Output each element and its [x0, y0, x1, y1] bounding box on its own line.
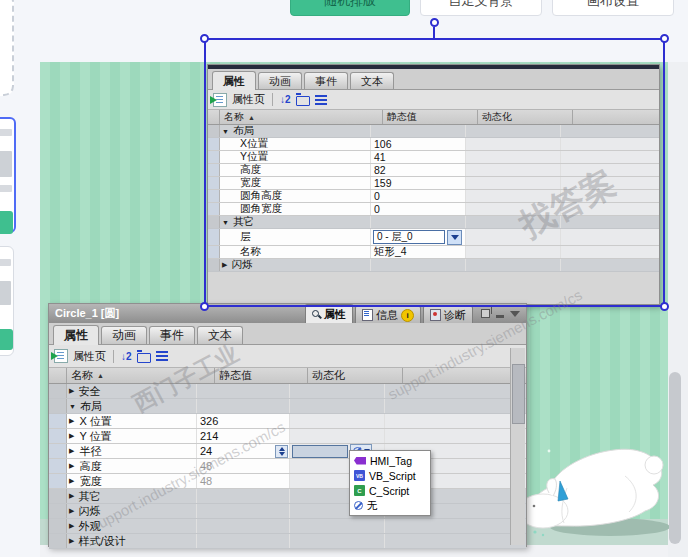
header-name[interactable]: 名称▲: [220, 110, 383, 124]
sort-icon[interactable]: ↓2: [280, 94, 291, 105]
static-value-cell[interactable]: [197, 399, 290, 413]
static-value-cell[interactable]: [371, 259, 466, 271]
list-view-icon[interactable]: [315, 95, 327, 97]
static-value-cell[interactable]: 0: [371, 203, 466, 215]
bp-vertical-scrollbar[interactable]: [510, 348, 525, 545]
template-card-dashed[interactable]: [0, 0, 14, 96]
static-value-cell[interactable]: 106: [371, 138, 466, 150]
expand-arrow-icon[interactable]: ▶: [69, 417, 74, 425]
bp-tab-properties[interactable]: 属性: [53, 325, 99, 345]
static-value-cell[interactable]: 41: [371, 151, 466, 163]
selection-handle-bottom-left[interactable]: [200, 302, 209, 311]
static-value-cell[interactable]: [197, 519, 290, 533]
static-value-cell[interactable]: 48: [197, 474, 290, 488]
floating-properties-panel[interactable]: 属性 动画 事件 文本 属性页 ↓2 名称▲ 静态值 动态化 ▼布局X位置106…: [207, 64, 660, 305]
property-row-blink[interactable]: ▶闪烁: [49, 504, 526, 519]
property-row-layer[interactable]: 层0 - 层_0: [208, 229, 659, 246]
expand-arrow-icon[interactable]: ▶: [69, 537, 74, 545]
static-value-cell[interactable]: 24: [197, 444, 290, 458]
expand-arrow-icon[interactable]: ▶: [69, 387, 74, 395]
expand-arrow-icon[interactable]: ▶: [69, 492, 74, 500]
dynamization-cell[interactable]: [466, 203, 561, 215]
property-row-security[interactable]: ▶安全: [49, 384, 526, 399]
expand-arrow-icon[interactable]: ▶: [69, 507, 74, 515]
property-row-radius[interactable]: ▶半径24: [49, 444, 526, 459]
dynamization-cell[interactable]: [466, 229, 561, 245]
static-value-cell[interactable]: 159: [371, 177, 466, 189]
header-name[interactable]: 名称▲: [67, 368, 215, 383]
static-value-cell[interactable]: [371, 216, 466, 228]
menu-item-C_Script[interactable]: CC_Script: [350, 483, 430, 498]
static-value-cell[interactable]: 326: [197, 414, 290, 428]
static-value-cell[interactable]: 214: [197, 429, 290, 443]
dynamization-cell[interactable]: [466, 164, 561, 176]
bp-tab-events[interactable]: 事件: [149, 326, 195, 344]
dynamization-cell[interactable]: [466, 151, 561, 163]
selection-handle-top-left[interactable]: [200, 34, 209, 43]
property-row-style-design[interactable]: ▶样式/设计: [49, 534, 526, 549]
property-row-y-position[interactable]: Y位置41: [208, 151, 659, 164]
static-value-cell[interactable]: 48: [197, 459, 290, 473]
layer-dropdown-button[interactable]: [447, 230, 462, 245]
dock-tab-diagnostics[interactable]: 诊断: [423, 306, 473, 323]
canvas-settings-button[interactable]: 画布设置: [552, 0, 674, 16]
property-row-corner-width[interactable]: 圆角宽度0: [208, 203, 659, 216]
dynamization-cell[interactable]: [290, 414, 385, 428]
static-value-cell[interactable]: [197, 534, 290, 548]
property-row-other[interactable]: ▼其它: [208, 216, 659, 229]
property-row-layout[interactable]: ▼布局: [208, 125, 659, 138]
bp-scrollbar-thumb[interactable]: [512, 364, 525, 424]
value-spinner[interactable]: [275, 445, 288, 458]
property-row-layout[interactable]: ▼布局: [49, 399, 526, 414]
dynamization-cell[interactable]: [466, 125, 561, 137]
fp-tab-animation[interactable]: 动画: [258, 72, 302, 89]
bp-titlebar[interactable]: Circle_1 [圆] 属性 信息 i 诊断: [49, 304, 526, 323]
dock-tab-info[interactable]: 信息 i: [355, 306, 421, 323]
property-row-x-position[interactable]: ▶X 位置326: [49, 414, 526, 429]
selection-handle-top-right[interactable]: [660, 34, 669, 43]
selection-handle-bottom-right[interactable]: [660, 302, 669, 311]
menu-item-无[interactable]: 无: [350, 498, 430, 513]
property-row-blink[interactable]: ▶闪烁: [208, 259, 659, 272]
property-row-width[interactable]: 宽度159: [208, 177, 659, 190]
static-value-cell[interactable]: [197, 384, 290, 398]
expand-arrow-icon[interactable]: ▶: [69, 477, 74, 485]
sort-icon[interactable]: ↓2: [121, 351, 132, 362]
dynamization-cell[interactable]: [290, 399, 385, 413]
property-page-button[interactable]: 属性页: [73, 349, 106, 364]
expand-arrow-icon[interactable]: ▼: [222, 128, 229, 135]
static-value-cell[interactable]: 0: [371, 190, 466, 202]
expand-arrow-icon[interactable]: ▶: [69, 447, 74, 455]
fp-tab-properties[interactable]: 属性: [212, 71, 256, 90]
float-window-icon[interactable]: [481, 309, 490, 318]
expand-arrow-icon[interactable]: ▶: [222, 261, 227, 269]
static-value-cell[interactable]: 82: [371, 164, 466, 176]
static-value-cell[interactable]: [197, 489, 290, 503]
header-dynamization[interactable]: 动态化: [308, 368, 403, 383]
bp-tab-text[interactable]: 文本: [197, 326, 243, 344]
dynamization-cell[interactable]: [466, 177, 561, 189]
property-row-appearance[interactable]: ▶外观: [49, 519, 526, 534]
menu-item-VB_Script[interactable]: VBVB_Script: [350, 468, 430, 483]
property-row-width[interactable]: ▶宽度48: [49, 474, 526, 489]
property-row-height[interactable]: 高度82: [208, 164, 659, 177]
static-value-cell[interactable]: 0 - 层_0: [371, 229, 466, 245]
category-view-icon[interactable]: [137, 353, 151, 363]
selection-rotate-handle[interactable]: [430, 18, 439, 27]
fp-tab-text[interactable]: 文本: [350, 72, 394, 89]
property-row-x-position[interactable]: X位置106: [208, 138, 659, 151]
minimize-icon[interactable]: [496, 315, 504, 318]
dynamization-cell[interactable]: [466, 216, 561, 228]
category-view-icon[interactable]: [296, 96, 310, 106]
canvas-vertical-scrollbar-thumb[interactable]: [669, 372, 681, 544]
property-page-button[interactable]: 属性页: [232, 92, 265, 107]
dynamization-cell[interactable]: [290, 384, 385, 398]
property-row-other[interactable]: ▶其它: [49, 489, 526, 504]
expand-arrow-icon[interactable]: ▼: [69, 403, 76, 410]
header-static-value[interactable]: 静态值: [383, 110, 478, 124]
dynamization-cell[interactable]: [466, 246, 561, 258]
property-row-name[interactable]: 名称矩形_4: [208, 246, 659, 259]
menu-item-HMI_Tag[interactable]: HMI_Tag: [350, 453, 430, 468]
expand-arrow-icon[interactable]: ▶: [69, 462, 74, 470]
dynamization-cell[interactable]: [466, 259, 561, 271]
